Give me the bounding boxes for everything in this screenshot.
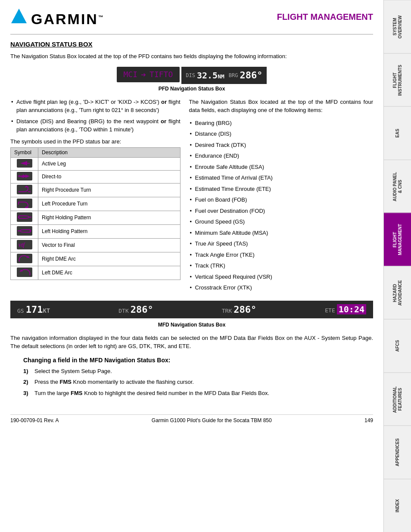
desc-cell: Right Holding Pattern bbox=[38, 211, 181, 224]
table-row: ↪ Direct-to bbox=[11, 170, 181, 183]
desc-cell: Direct-to bbox=[38, 170, 181, 183]
sidebar-tab-label: FLIGHTMANAGEMENT bbox=[392, 224, 403, 255]
desc-cell: Right DME Arc bbox=[38, 252, 181, 266]
page-footer: 190-00709-01 Rev. A Garmin G1000 Pilot's… bbox=[10, 414, 373, 423]
sidebar-tab-label: INDEX bbox=[395, 499, 400, 512]
sidebar-tab-label: EAS bbox=[395, 129, 400, 138]
footer-left: 190-00709-01 Rev. A bbox=[10, 417, 59, 423]
pfd-brg-label: BRG bbox=[229, 72, 238, 78]
list-item: Distance (DIS) bbox=[189, 130, 373, 138]
mfd-trk-field: TRK 286° bbox=[222, 304, 256, 315]
steps-list: 1) Select the System Setup Page. 2) Pres… bbox=[23, 367, 373, 398]
sidebar-tab-label: HAZARDAVOIDANCE bbox=[392, 280, 403, 305]
list-item: 2) Press the FMS Knob momentarily to act… bbox=[23, 378, 373, 386]
mfd-status-display: GS 171KT DTK 286° TRK 286° ETE 10:24 bbox=[10, 301, 373, 320]
mfd-dtk-label: DTK bbox=[118, 308, 128, 314]
left-procedure-turn-icon bbox=[17, 199, 32, 208]
desc-cell: Left Holding Pattern bbox=[38, 224, 181, 238]
table-row: Left DME Arc bbox=[11, 266, 181, 280]
svg-rect-12 bbox=[17, 199, 32, 208]
footer-center: Garmin G1000 Pilot's Guide for the Socat… bbox=[152, 417, 272, 423]
sidebar-item-flight-instruments[interactable]: FLIGHTINSTRUMENTS bbox=[384, 53, 411, 107]
right-procedure-turn-icon bbox=[17, 185, 32, 194]
table-row: Active Leg bbox=[11, 157, 181, 170]
list-item: 1) Select the System Setup Page. bbox=[23, 367, 373, 376]
svg-rect-9 bbox=[17, 185, 32, 194]
pfd-caption: PFD Navigation Status Box bbox=[10, 86, 373, 92]
changing-field-heading: Changing a field in the MFD Navigation S… bbox=[10, 357, 373, 364]
mfd-gs-label: GS bbox=[17, 308, 24, 314]
list-item: Fuel on Board (FOB) bbox=[189, 196, 373, 204]
sidebar-item-eas[interactable]: EAS bbox=[384, 106, 411, 160]
sidebar-tab-label: SYSTEMOVERVIEW bbox=[392, 15, 403, 38]
sidebar-item-hazard-avoidance[interactable]: HAZARDAVOIDANCE bbox=[384, 266, 411, 320]
table-row: Right Procedure Turn bbox=[11, 183, 181, 197]
mfd-dtk-value: 286° bbox=[131, 304, 153, 315]
sym-col-header: Symbol bbox=[11, 147, 38, 157]
sidebar-item-appendices[interactable]: APPENDICES bbox=[384, 426, 411, 479]
sidebar-item-afcs[interactable]: AFCS bbox=[384, 319, 411, 373]
symbol-cell bbox=[11, 157, 38, 170]
left-column: Active flight plan leg (e.g., 'D-> KICT'… bbox=[10, 98, 181, 296]
list-item: Desired Track (DTK) bbox=[189, 141, 373, 149]
sidebar-item-system-overview[interactable]: SYSTEMOVERVIEW bbox=[384, 0, 411, 53]
svg-marker-0 bbox=[11, 9, 27, 23]
table-row: Right DME Arc bbox=[11, 252, 181, 266]
mfd-ete-value: 10:24 bbox=[337, 304, 366, 314]
step-text: Select the System Setup Page. bbox=[34, 367, 112, 376]
sidebar-item-flight-management[interactable]: FLIGHTMANAGEMENT bbox=[384, 213, 411, 266]
step-text: Press the FMS Knob momentarily to activa… bbox=[34, 378, 194, 386]
two-column-section: Active flight plan leg (e.g., 'D-> KICT'… bbox=[10, 98, 373, 296]
symbols-note: The symbols used in the PFD status bar a… bbox=[10, 138, 181, 145]
table-row: vtf Vector to Final bbox=[11, 238, 181, 252]
desc-cell: Active Leg bbox=[38, 157, 181, 170]
mfd-trk-value: 286° bbox=[234, 304, 256, 315]
svg-text:vtf: vtf bbox=[19, 242, 25, 248]
garmin-logo-text: GARMIN™ bbox=[31, 12, 105, 26]
right-holding-pattern-icon bbox=[17, 212, 32, 222]
sidebar-tab-label: APPENDICES bbox=[395, 439, 400, 467]
mfd-ete-field: ETE 10:24 bbox=[325, 304, 366, 314]
desc-cell: Right Procedure Turn bbox=[38, 183, 181, 197]
pfd-status-box-left: MCI ➔ TIFTO bbox=[117, 67, 180, 82]
list-item: True Air Speed (TAS) bbox=[189, 240, 373, 248]
symbols-table: Symbol Description bbox=[10, 147, 181, 280]
garmin-logo-icon bbox=[10, 8, 28, 25]
right-bullet-list: Bearing (BRG) Distance (DIS) Desired Tra… bbox=[189, 119, 373, 292]
sidebar-item-audio-panel[interactable]: AUDIO PANEL& CNS bbox=[384, 160, 411, 213]
pfd-origin-label: MCI bbox=[124, 70, 138, 79]
desc-cell: Left Procedure Turn bbox=[38, 197, 181, 211]
pfd-brg-value: 286° bbox=[240, 70, 262, 81]
list-item: Estimated Time Enroute (ETE) bbox=[189, 185, 373, 193]
left-dme-arc-icon bbox=[17, 268, 32, 277]
right-column: The Navigation Status Box located at the… bbox=[189, 98, 373, 296]
symbol-cell bbox=[11, 252, 38, 266]
step-text: Turn the large FMS Knob to highlight the… bbox=[34, 389, 269, 398]
footer-right: 149 bbox=[364, 417, 373, 423]
list-item: Distance (DIS) and Bearing (BRG) to the … bbox=[10, 117, 181, 134]
table-row: Right Holding Pattern bbox=[11, 211, 181, 224]
symbol-cell bbox=[11, 266, 38, 280]
step-number: 3) bbox=[23, 389, 31, 398]
pfd-dis-value: 32.5NM bbox=[197, 70, 224, 81]
garmin-logo: GARMIN™ bbox=[10, 8, 105, 26]
list-item: Endurance (END) bbox=[189, 152, 373, 160]
bottom-paragraph: The navigation information displayed in … bbox=[10, 334, 373, 351]
mfd-gs-value: 171KT bbox=[26, 304, 50, 315]
list-item: Enroute Safe Altitude (ESA) bbox=[189, 163, 373, 171]
list-item: 3) Turn the large FMS Knob to highlight … bbox=[23, 389, 373, 398]
left-holding-pattern-icon bbox=[17, 226, 32, 236]
sidebar-item-index[interactable]: INDEX bbox=[384, 479, 411, 532]
desc-cell: Left DME Arc bbox=[38, 266, 181, 280]
active-leg-icon bbox=[17, 159, 32, 168]
sidebar-tab-label: ADDITIONALFEATURES bbox=[392, 386, 403, 413]
sidebar-tab-label: AFCS bbox=[395, 340, 400, 352]
symbol-cell bbox=[11, 183, 38, 197]
list-item: Active flight plan leg (e.g., 'D-> KICT'… bbox=[10, 98, 181, 115]
symbol-cell: ↪ bbox=[11, 170, 38, 183]
list-item: Track Angle Error (TKE) bbox=[189, 251, 373, 259]
sidebar-item-additional-features[interactable]: ADDITIONALFEATURES bbox=[384, 373, 411, 426]
mfd-caption: MFD Navigation Status Box bbox=[10, 322, 373, 328]
step-number: 1) bbox=[23, 367, 31, 376]
intro-paragraph: The Navigation Status Box located at the… bbox=[10, 52, 373, 61]
